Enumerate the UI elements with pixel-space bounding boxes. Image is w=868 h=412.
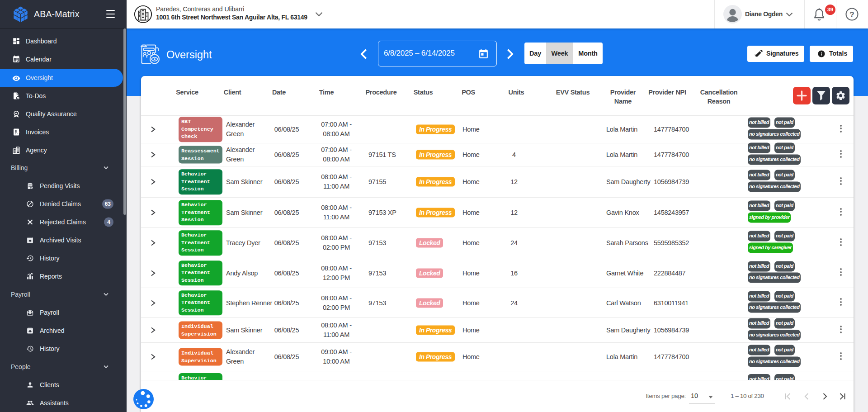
svg-text:$: $	[29, 311, 31, 313]
svg-text:?: ?	[849, 10, 854, 19]
svg-text:$: $	[18, 131, 19, 133]
